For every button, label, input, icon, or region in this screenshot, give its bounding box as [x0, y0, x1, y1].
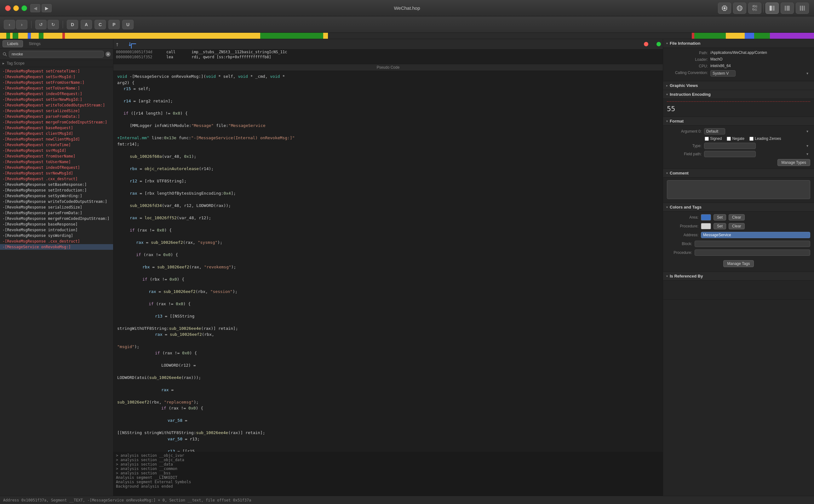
layout3-icon-btn[interactable] [796, 3, 809, 14]
list-item[interactable]: -[RevokeMsgResponse parseFromData:] [0, 210, 113, 216]
close-button[interactable] [5, 5, 11, 11]
procedure2-input[interactable] [695, 249, 810, 256]
pseudo-code-header: Pseudo Code [113, 64, 663, 71]
field-path-input[interactable] [704, 151, 756, 157]
manage-tags-button[interactable]: Manage Tags [723, 260, 754, 267]
procedure-set-button[interactable]: Set [714, 223, 726, 229]
loader-value: MachO [710, 57, 810, 61]
list-item[interactable]: -[RevokeMsgRequest parseFromData:] [0, 114, 113, 119]
list-item[interactable]: -[RevokeMsgRequest setFromUserName:] [0, 80, 113, 85]
format-header[interactable]: ▾ Format [663, 117, 814, 126]
forward-toolbar-btn[interactable]: › [16, 20, 27, 29]
instruction-encoding-header[interactable]: ▾ Instruction Encoding [663, 90, 814, 99]
address-input[interactable] [701, 232, 810, 238]
list-item[interactable]: -[RevokeMsgRequest setSvrMsgId:] [0, 74, 113, 80]
list-item[interactable]: -[RevokeMsgResponse writeToCodedOutputSt… [0, 199, 113, 204]
list-item[interactable]: -[RevokeMsgRequest setCreateTime:] [0, 68, 113, 74]
a-btn[interactable]: A [81, 20, 92, 29]
list-item[interactable]: -[RevokeMsgRequest fromUserName] [0, 153, 113, 159]
maximize-button[interactable] [21, 5, 27, 11]
stop-toolbar-btn[interactable]: ↻ [48, 20, 59, 29]
procedure-row: Procedure: Set Clear [667, 223, 810, 229]
layout2-icon-btn[interactable] [781, 3, 794, 14]
reload-toolbar-btn[interactable]: ↺ [35, 20, 47, 29]
list-item[interactable]: -[RevokeMsgRequest toUserName] [0, 159, 113, 165]
tab-strings[interactable]: Strings [24, 41, 45, 47]
list-item[interactable]: -[RevokeMsgResponse mergeFromCodedInputS… [0, 216, 113, 221]
search-bar: ✕ [0, 49, 113, 60]
disasm-row2: 000000010051f352 lea rdi, qword [ss:rbp+… [113, 54, 663, 60]
c-btn[interactable]: C [95, 20, 106, 29]
list-item[interactable]: -[RevokeMsgRequest clientMsgId] [0, 131, 113, 136]
area-color-swatch[interactable] [701, 214, 711, 221]
right-panel: ▾ File Information Path: /Applications/W… [663, 39, 814, 496]
p-btn[interactable]: P [108, 20, 120, 29]
list-item[interactable]: -[RevokeMsgRequest setSvrNewMsgId:] [0, 97, 113, 102]
layout3-icon [799, 5, 805, 11]
graphic-views-header[interactable]: ▸ Graphic Views [663, 81, 814, 90]
type-input[interactable] [704, 143, 756, 149]
list-item[interactable]: -[RevokeMsgResponse setBaseResponse:] [0, 182, 113, 187]
manage-types-button[interactable]: Manage Types [777, 159, 811, 166]
search-input[interactable] [9, 51, 104, 58]
if-func-icon-btn[interactable]: if(b)f(x); [748, 3, 761, 14]
signed-checkbox-item[interactable]: Signed [705, 136, 722, 141]
list-item[interactable]: -[RevokeMsgResponse setIntroduction:] [0, 187, 113, 193]
disasm-mnem2: lea [166, 55, 192, 59]
area-set-button[interactable]: Set [714, 214, 726, 221]
signed-checkbox[interactable] [705, 137, 709, 141]
colors-tags-header[interactable]: ▾ Colors and Tags [663, 203, 814, 212]
procedure-clear-button[interactable]: Clear [729, 223, 745, 229]
leading-zeroes-checkbox[interactable] [749, 137, 754, 141]
list-item[interactable]: -[RevokeMsgRequest indexOfRequest] [0, 165, 113, 170]
forward-button[interactable]: ▶ [42, 4, 52, 12]
list-item-selected[interactable]: -[MessageService onRevokeMsg:] [0, 244, 113, 250]
list-item[interactable]: -[RevokeMsgRequest serializedSize] [0, 108, 113, 114]
list-item[interactable]: -[RevokeMsgRequest svrNewMsgId] [0, 170, 113, 176]
comment-textarea[interactable] [667, 180, 810, 199]
disasm-mnem1: call [166, 50, 192, 54]
list-item[interactable]: -[RevokeMsgRequest svrMsgId] [0, 148, 113, 153]
list-item[interactable]: -[RevokeMsgRequest mergeFromCodedInputSt… [0, 119, 113, 125]
list-item[interactable]: -[RevokeMsgResponse introduction] [0, 227, 113, 233]
back-button[interactable]: ◀ [30, 4, 40, 12]
negate-checkbox[interactable] [727, 137, 731, 141]
pseudo-code-area[interactable]: void -[MessageService onRevokeMsg:](void… [113, 71, 663, 452]
leading-zeroes-checkbox-item[interactable]: Leading Zeroes [749, 136, 781, 141]
list-item[interactable]: -[RevokeMsgResponse setSysWording:] [0, 193, 113, 199]
graphic-views-chevron: ▸ [666, 84, 668, 87]
tab-labels[interactable]: Labels [3, 40, 23, 47]
list-item[interactable]: -[RevokeMsgRequest createTime] [0, 142, 113, 148]
back-toolbar-btn[interactable]: ‹ [4, 20, 15, 29]
u-btn[interactable]: U [122, 20, 134, 29]
instruction-encoding-title: Instruction Encoding [670, 92, 711, 97]
file-info-header[interactable]: ▾ File Information [663, 39, 814, 48]
list-item[interactable]: -[RevokeMsgRequest .cxx_destruct] [0, 176, 113, 182]
layout1-icon-btn[interactable] [765, 3, 779, 14]
area-clear-button[interactable]: Clear [729, 214, 745, 221]
calling-conv-select[interactable]: System V [710, 70, 736, 77]
minimize-button[interactable] [13, 5, 19, 11]
list-item[interactable]: -[RevokeMsgRequest newClientMsgId] [0, 136, 113, 142]
clear-search-button[interactable]: ✕ [106, 52, 111, 57]
list-item[interactable]: -[RevokeMsgRequest setToUserName:] [0, 85, 113, 91]
list-item[interactable]: -[RevokeMsgResponse sysWording] [0, 233, 113, 238]
is-referenced-by-header[interactable]: ▾ Is Referenced By [663, 272, 814, 281]
block-input[interactable] [695, 241, 810, 247]
network-icon-btn[interactable] [733, 3, 746, 14]
procedure-color-swatch[interactable] [701, 223, 711, 229]
list-item[interactable]: -[RevokeMsgResponse serializedSize] [0, 204, 113, 210]
list-item[interactable]: -[RevokeMsgResponse baseResponse] [0, 221, 113, 227]
list-item[interactable]: -[RevokeMsgRequest indexOfRequest:] [0, 91, 113, 97]
list-item[interactable]: -[RevokeMsgRequest baseRequest] [0, 125, 113, 131]
checkbox-row: Signed Negate Leading Zeroes [705, 136, 810, 141]
comment-header[interactable]: ▾ Comment [663, 169, 814, 178]
list-item[interactable]: -[RevokeMsgRequest writeToCodedOutputStr… [0, 102, 113, 108]
layout2-icon [784, 5, 790, 11]
procedure-label: Procedure: [667, 224, 698, 228]
negate-checkbox-item[interactable]: Negate [727, 136, 744, 141]
arg0-select[interactable]: Default [704, 128, 725, 135]
d-btn[interactable]: D [67, 20, 78, 29]
list-item[interactable]: -[RevokeMsgResponse .cxx_destruct] [0, 238, 113, 244]
chip-icon-btn[interactable] [718, 3, 731, 14]
